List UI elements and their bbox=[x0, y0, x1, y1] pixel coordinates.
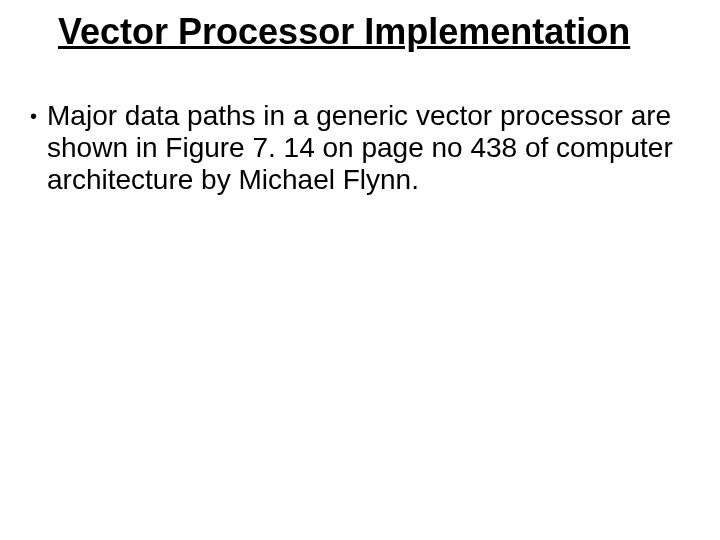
slide-title: Vector Processor Implementation bbox=[58, 10, 700, 53]
bullet-text: Major data paths in a generic vector pro… bbox=[47, 100, 690, 197]
list-item: • Major data paths in a generic vector p… bbox=[30, 100, 690, 197]
bullet-icon: • bbox=[30, 100, 37, 132]
slide-body: • Major data paths in a generic vector p… bbox=[30, 100, 690, 197]
slide: Vector Processor Implementation • Major … bbox=[0, 0, 720, 540]
